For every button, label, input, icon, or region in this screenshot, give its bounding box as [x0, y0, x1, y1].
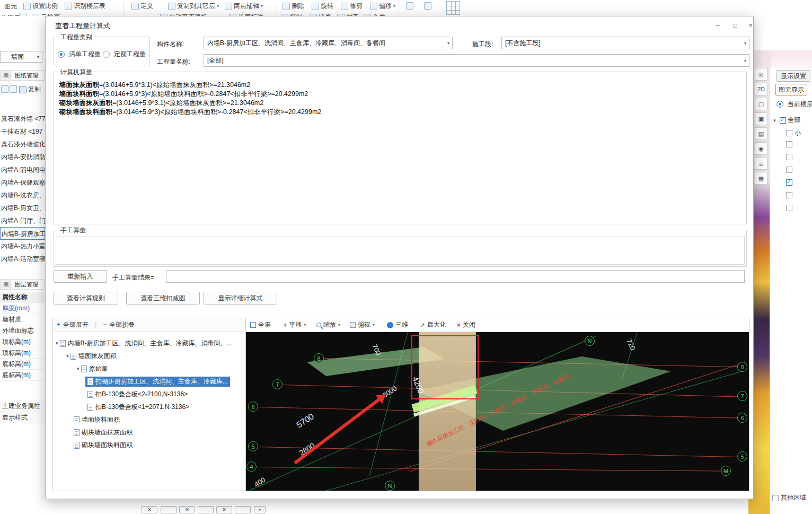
grid-tool-icon[interactable]	[446, 1, 460, 15]
toolbar-button-trim[interactable]: 修剪	[341, 2, 363, 11]
mini-close-button[interactable]: ×	[179, 506, 195, 513]
viewport-tool-button[interactable]: ≣	[755, 157, 767, 170]
mini-close-button[interactable]: ×	[216, 506, 232, 513]
viewport-tool-button[interactable]: ◎	[755, 68, 767, 81]
manual-result-input[interactable]	[166, 270, 745, 283]
tab-sheet[interactable]: 表	[0, 70, 11, 81]
view-calc-rules-button[interactable]: 查看计算规则	[54, 292, 118, 304]
checkbox-icon[interactable]	[786, 130, 792, 136]
property-row[interactable]: 外墙面标志	[0, 325, 45, 336]
mini-input[interactable]	[235, 506, 251, 513]
property-row[interactable]: 厚度(mm)	[0, 303, 45, 314]
toolbar-button-scale[interactable]: 设置比例	[23, 2, 58, 11]
layer-checkbox-row[interactable]	[786, 179, 792, 186]
layer-checkbox-row[interactable]	[786, 154, 792, 160]
tree-node-all[interactable]: ▾全部	[773, 116, 801, 125]
tree-item[interactable]: ▾墙面抹灰面积	[66, 350, 117, 362]
wall-list-item[interactable]: 内墙A-活动室寝	[0, 252, 45, 265]
mini-dropdown-button[interactable]: ▾	[254, 506, 266, 513]
tree-item[interactable]: 扣B-130叠合板<2-2100,N-3136>	[87, 388, 188, 400]
caret-down-icon[interactable]: ▾	[338, 323, 340, 327]
maximize-viewer-button[interactable]: ↗最大化	[420, 320, 446, 329]
close-button[interactable]: ×	[744, 20, 757, 31]
checkbox-icon[interactable]	[786, 179, 792, 186]
wall-list-item[interactable]: 真石漆外墙 <77	[0, 112, 45, 125]
caret-down-icon[interactable]: ▾	[304, 323, 306, 327]
viewport-tool-button[interactable]: ▤	[755, 127, 767, 140]
tree-item[interactable]: 墙面块料面积	[74, 414, 120, 425]
tool-icon[interactable]	[1, 85, 8, 93]
layer-checkbox-row[interactable]	[786, 167, 792, 173]
mini-input[interactable]	[198, 506, 214, 513]
wall-list-item[interactable]: 内墙A-弱电间电	[0, 163, 45, 176]
checkbox-icon[interactable]	[786, 167, 792, 173]
element-display-tab[interactable]: 图元显示	[775, 84, 807, 95]
caret-down-icon[interactable]: ▾	[373, 323, 375, 327]
wall-list-item[interactable]: 内墙A-门厅、门	[0, 214, 45, 227]
fullscreen-button[interactable]: 全屏	[250, 320, 271, 329]
reinput-button[interactable]: 重新输入	[54, 270, 107, 283]
layer-checkbox-row[interactable]	[786, 192, 792, 198]
wall-list-item[interactable]: 内墙A-保健观察	[0, 176, 45, 189]
element-type-combo[interactable]: 墙面 ▾	[0, 51, 42, 63]
property-section[interactable]: 土建业务属性	[0, 400, 45, 412]
toolbar-button-define[interactable]: 定义	[131, 2, 153, 11]
layer-checkbox-row[interactable]	[786, 205, 792, 211]
maximize-button[interactable]: □	[728, 20, 742, 31]
zoom-button[interactable]: 缩放▾	[316, 320, 340, 329]
viewport-tool-button[interactable]: ▢	[755, 98, 767, 110]
wall-list-item-selected[interactable]: 内墙B-厨房加工	[0, 227, 45, 240]
other-region-checkbox[interactable]: 其他区域	[772, 493, 806, 502]
checkbox-icon[interactable]	[786, 192, 792, 198]
close-viewer-button[interactable]: ×关闭	[457, 320, 475, 329]
minimize-button[interactable]: –	[711, 20, 725, 31]
layer-checkbox-row[interactable]: 小	[786, 128, 801, 137]
pan-button[interactable]: +平移▾	[283, 320, 306, 329]
tool-icon[interactable]	[406, 2, 413, 10]
quantity-name-combo[interactable]: [全部] ▾	[204, 54, 749, 67]
property-row[interactable]: 顶标高(m)	[0, 336, 45, 347]
checkbox-icon[interactable]	[780, 117, 786, 124]
component-name-combo[interactable]: 内墙B-厨房加工区、洗消间、主食库、冷藏库、消毒间、备餐间 ▾	[204, 37, 453, 49]
viewport-tool-button[interactable]: ◉	[755, 142, 767, 155]
tab-sheet-2[interactable]: 表	[0, 279, 11, 290]
tree-item[interactable]: 砌块墙面块料面积	[74, 439, 133, 451]
tool-icon[interactable]	[10, 85, 17, 93]
mini-close-button[interactable]: ×	[142, 506, 157, 513]
checkbox-icon[interactable]	[786, 141, 792, 147]
wall-list-item[interactable]: 真石漆外墙玻化	[0, 138, 45, 151]
view-3d-deduction-button[interactable]: 查看三维扣减图	[126, 292, 200, 304]
mini-input[interactable]	[161, 506, 176, 513]
viewport-tool-button[interactable]: ▦	[755, 172, 767, 185]
tab-drawing-manager[interactable]: 图纸管理	[12, 70, 45, 81]
toolbar-button-copy-to-layer[interactable]: 复制到其它层▾	[168, 2, 219, 11]
checkbox-icon[interactable]	[786, 154, 792, 160]
layer-checkbox-row[interactable]	[786, 141, 792, 147]
toolbar-button-two-point-axis[interactable]: 两点辅轴▾	[225, 2, 263, 11]
wall-list-item[interactable]: 内墙A-安防消防	[0, 151, 45, 163]
property-row[interactable]: 顶标高(m)	[0, 347, 45, 359]
display-settings-button[interactable]: 显示设置	[776, 70, 810, 82]
radio-quota-quantity[interactable]: 定额工程量	[103, 50, 146, 59]
tree-item[interactable]: 砌块墙面抹灰面积	[74, 426, 133, 438]
toolbar-button-offset[interactable]: 偏移▾	[370, 2, 395, 11]
wall-list-item[interactable]: 内墙B-洗衣房、	[0, 189, 45, 202]
caret-down-icon[interactable]: ▾	[56, 341, 58, 346]
tree-item[interactable]: 扣B-130叠合板<1+2071,N-3136>	[87, 401, 189, 413]
three-d-button[interactable]: 三维	[387, 320, 408, 329]
checkbox-icon[interactable]	[786, 205, 792, 211]
computed-formula-area[interactable]: 墙面抹灰面积=(3.0146+5.9*3.1)<原始墙面抹灰面积>=21.304…	[56, 77, 744, 222]
tool-icon[interactable]	[424, 2, 431, 10]
viewport-tool-button[interactable]: ▣	[755, 112, 767, 125]
show-detailed-formula-button[interactable]: 显示详细计算式	[204, 292, 277, 304]
property-section[interactable]: 显示样式	[0, 412, 45, 423]
toolbar-button-identify-floors[interactable]: 识别楼层表	[65, 2, 105, 11]
caret-down-icon[interactable]: ▾	[77, 366, 80, 371]
expand-all-button[interactable]: 全部展开	[63, 320, 89, 329]
wall-list-item[interactable]: 内墙B-男女卫、	[0, 202, 45, 214]
copy-button[interactable]: 复制	[19, 85, 41, 94]
view-2d-button[interactable]: 2D	[755, 83, 767, 95]
current-floor-radio[interactable]: 当前楼层	[776, 100, 812, 109]
property-row[interactable]: 底标高(m)	[0, 359, 45, 370]
property-row[interactable]: 底标高(m)	[0, 370, 45, 381]
